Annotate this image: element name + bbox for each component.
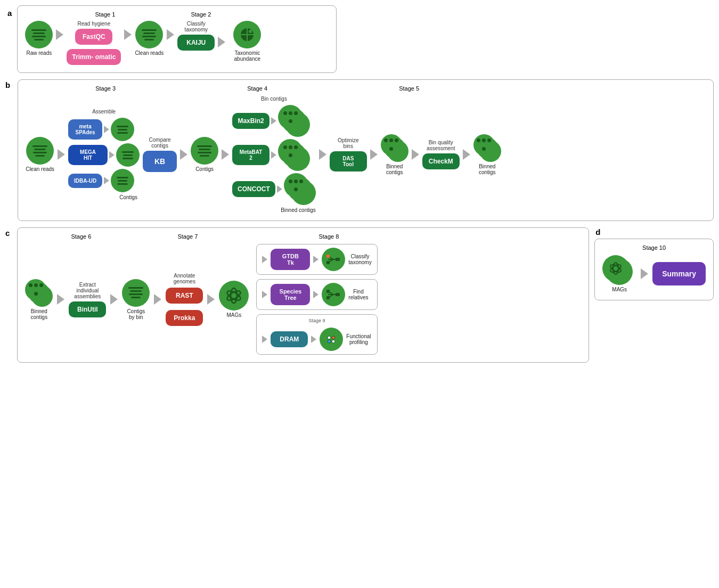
svg-point-20 [328, 336, 331, 339]
binned-contigs-label-c: Binned contigs [31, 308, 48, 320]
binutil-box: BinUtil [69, 301, 106, 317]
arrow-b3 [222, 149, 229, 160]
arrow-metabat [271, 151, 276, 159]
binned-contigs-icon3 [473, 134, 501, 162]
extract-individual-label: Extract individual assemblies [74, 282, 101, 299]
bin-quality-label: Bin quality assessment [427, 140, 455, 151]
mags-icon-d [602, 255, 636, 285]
mags-node-c: MAGs [219, 281, 249, 318]
idba-row: IDBA-UD [68, 169, 134, 192]
megahit-box: MEGA HIT [68, 145, 108, 165]
checkm-group: Bin quality assessment CheckM [422, 140, 460, 169]
binned-contigs-label3: Binned contigs [479, 164, 496, 175]
hygiene-group: Read hygiene FastQC Trimm- omatic [67, 21, 121, 65]
arrow-idba [104, 177, 109, 184]
panel-b: Stage 3 Stage 4 Stage 5 Clean read [18, 79, 714, 221]
arrow-b7 [463, 149, 470, 160]
clean-reads-label-b: Clean reads [26, 166, 54, 172]
read-hygiene-label: Read hygiene [78, 21, 111, 27]
compare-contigs-label: Compare contigs [149, 137, 171, 149]
taxonomic-abundance-node: Taxonomic abundance [228, 21, 266, 62]
concoct-box: CONCOCT [232, 181, 275, 197]
checkm-box: CheckM [422, 153, 460, 169]
arrow-b1 [58, 149, 65, 160]
svg-point-23 [332, 340, 335, 343]
arrow-c2 [110, 294, 118, 305]
arrow-gtdb [262, 256, 267, 263]
dram-box: DRAM [271, 331, 308, 347]
binned-contigs-label2: Binned contigs [386, 164, 403, 175]
contigs-label-main: Contigs [195, 166, 214, 172]
summary-node: Summary [652, 262, 706, 285]
metaspades-row: meta SPAdes [68, 118, 134, 141]
concoct-row: CONCOCT [232, 173, 316, 205]
arrow-concoct [277, 185, 282, 193]
panel-a: Stage 1 Stage 2 [17, 5, 337, 73]
contigs-by-bin-icon [122, 279, 150, 307]
svg-point-19 [326, 334, 337, 345]
clean-reads-node-b: Clean reads [26, 137, 54, 172]
contigs-node: Contigs [191, 137, 218, 172]
mags-label-d: MAGs [612, 287, 627, 292]
optimize-bins-label: Optimize bins [338, 137, 358, 149]
svg-point-21 [332, 336, 335, 339]
svg-point-4 [231, 288, 237, 303]
megahit-row: MEGA HIT [68, 143, 140, 167]
clean-reads-icon-b [26, 137, 54, 165]
kb-box: KB [143, 151, 177, 172]
find-relatives-label: Find relatives [348, 289, 368, 300]
binned-icon-cc [284, 173, 316, 205]
contigs-by-bin-label: Contigs by bin [127, 308, 145, 320]
arrow-gtdb2 [313, 256, 318, 263]
svg-rect-10 [326, 255, 330, 258]
mags-label-c: MAGs [226, 312, 241, 318]
rast-box: RAST [166, 288, 203, 304]
svg-rect-17 [326, 296, 330, 299]
svg-rect-16 [326, 290, 330, 293]
binned-contigs-node-c: Binned contigs [25, 279, 53, 320]
svg-rect-18 [336, 293, 340, 296]
stage2-label: Stage 2 [148, 11, 254, 18]
mags-icon-c [219, 281, 249, 311]
classify-taxonomy-label-a: Classify taxonomy [185, 21, 208, 32]
functional-profiling-label: Functional profiling [346, 333, 371, 345]
classify-icon [322, 248, 345, 271]
contigs-icon-ms [111, 118, 134, 141]
arrow-c1 [57, 294, 64, 305]
arrow-b4 [319, 149, 326, 160]
mags-node-d: MAGs [602, 255, 636, 292]
binned-contigs-icon-c [25, 279, 53, 307]
kb-group: Compare contigs KB [143, 137, 177, 172]
contigs-by-bin-node: Contigs by bin [122, 279, 150, 320]
raw-reads-label: Raw reads [26, 50, 52, 56]
dram-panel: Stage 9 DRAM [256, 314, 377, 355]
binned-icon-mb [278, 105, 310, 137]
arrow-st [262, 291, 267, 298]
panel-b-label: b [5, 80, 10, 89]
arrow-ms [104, 126, 109, 133]
annotate-genomes-label: Annotate genomes [174, 273, 195, 284]
svg-rect-11 [326, 261, 330, 264]
das-tool-box: DAS Tool [330, 151, 367, 172]
panel-d: Stage 10 [594, 239, 714, 300]
stage10-label: Stage 10 [602, 244, 706, 251]
stage1-label: Stage 1 [62, 11, 148, 18]
classify-taxonomy-label-c: Classify taxonomy [348, 254, 371, 265]
assemblers-group: Assemble meta SPAdes ME [68, 109, 140, 200]
stage9-label: Stage 9 [262, 318, 371, 323]
binutil-group: Extract individual assemblies BinUtil [69, 282, 106, 317]
svg-point-3 [249, 30, 252, 33]
panel-c-label: c [5, 228, 10, 238]
taxonomic-abundance-icon [233, 21, 261, 48]
panel-a-label: a [7, 9, 12, 18]
contigs-label-b: Contigs [119, 194, 137, 200]
maxbin2-box: MaxBin2 [232, 113, 269, 129]
stage8-panels: GTDB Tk [256, 244, 377, 355]
binned-contigs-node3: Binned contigs [473, 134, 501, 175]
stage7-label: Stage 7 [132, 233, 243, 240]
arrow-d1 [641, 268, 648, 279]
taxonomic-abundance-label: Taxonomic abundance [228, 50, 266, 62]
contigs-icon-main [191, 137, 218, 165]
trimmomatic-box: Trimm- omatic [67, 49, 121, 65]
annotate-group: Annotate genomes RAST Prokka [166, 273, 203, 326]
